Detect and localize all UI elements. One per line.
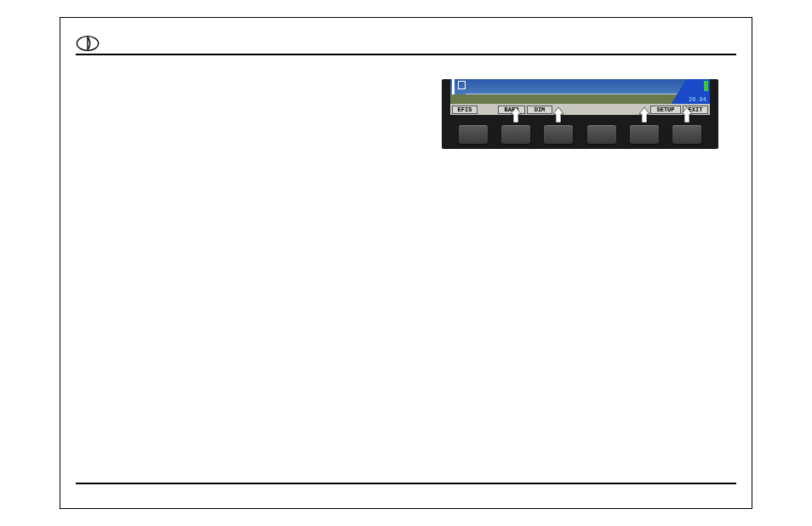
- hw-button-3[interactable]: [544, 125, 573, 144]
- attitude-sky: [450, 79, 710, 94]
- header-rule: [76, 54, 736, 55]
- up-arrow-icon: [510, 106, 522, 123]
- horizon-line: [466, 94, 695, 94]
- hw-button-1[interactable]: [459, 125, 488, 144]
- hw-button-5[interactable]: [630, 125, 659, 144]
- right-green-indicator: [704, 81, 708, 91]
- device-screen: 29.94 EFIS BARO DIM SETUP EXIT: [450, 79, 710, 115]
- baro-reading: 29.94: [689, 96, 706, 103]
- left-indicator-bar: [452, 79, 455, 94]
- device-panel-photo: 29.94 EFIS BARO DIM SETUP EXIT: [442, 79, 718, 149]
- page-header: [76, 35, 736, 52]
- left-indicator-box: [458, 81, 466, 89]
- footer-rule: [76, 483, 736, 484]
- menu-tab-spacer: [554, 106, 649, 114]
- menu-tab-dim[interactable]: DIM: [527, 106, 552, 114]
- brand-logo: [76, 35, 100, 52]
- hardware-button-row: [459, 125, 701, 144]
- hw-button-2[interactable]: [501, 125, 530, 144]
- page-frame: 29.94 EFIS BARO DIM SETUP EXIT: [60, 17, 752, 509]
- up-arrow-icon: [552, 106, 564, 123]
- up-arrow-icon: [638, 106, 650, 123]
- content-area: 29.94 EFIS BARO DIM SETUP EXIT: [76, 60, 736, 477]
- hw-button-4[interactable]: [587, 125, 616, 144]
- hw-button-6[interactable]: [672, 125, 701, 144]
- screen-menu-row: EFIS BARO DIM SETUP EXIT: [450, 104, 710, 115]
- up-arrow-icon: [681, 106, 693, 123]
- menu-tab-efis[interactable]: EFIS: [452, 106, 477, 114]
- menu-tab-setup[interactable]: SETUP: [650, 106, 681, 114]
